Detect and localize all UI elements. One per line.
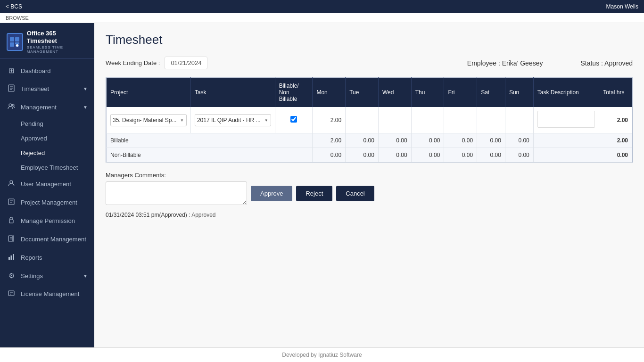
- managers-comments-textarea[interactable]: [106, 181, 247, 205]
- logo-icon: [7, 33, 23, 51]
- license-management-icon: [7, 289, 16, 298]
- cell-task-desc[interactable]: [533, 107, 599, 133]
- billable-tue: 0.00: [346, 133, 379, 148]
- approve-button[interactable]: Approve: [251, 186, 292, 201]
- svg-rect-19: [8, 257, 10, 260]
- col-wed: Wed: [378, 78, 411, 107]
- sidebar-item-approved[interactable]: Approved: [0, 131, 94, 146]
- sidebar-item-manage-permission[interactable]: Manage Permission: [0, 212, 94, 230]
- sidebar-item-document-management[interactable]: Document Management: [0, 230, 94, 248]
- project-management-icon: [7, 198, 16, 207]
- sidebar-item-settings[interactable]: ⚙ Settings ▼: [0, 267, 94, 285]
- logo-title: Office 365Timesheet: [27, 30, 90, 44]
- cell-task[interactable]: 2017 IL QIP Audit - HR ...: [190, 107, 275, 133]
- reports-label: Reports: [21, 254, 42, 261]
- col-thu: Thu: [411, 78, 444, 107]
- user-management-label: User Management: [21, 181, 71, 188]
- settings-icon: ⚙: [7, 272, 16, 280]
- sidebar-item-license-management[interactable]: License Management: [0, 285, 94, 303]
- reject-button[interactable]: Reject: [296, 186, 332, 201]
- project-management-label: Project Management: [21, 199, 77, 206]
- svg-rect-12: [8, 199, 14, 205]
- sidebar: Office 365Timesheet SEAMLESS TIME MANAGE…: [0, 23, 94, 347]
- info-row: Week Ending Date : 01/21/2024 Employee :…: [106, 57, 633, 69]
- non-billable-mon: 0.00: [313, 148, 346, 163]
- cell-thu: [411, 107, 444, 133]
- status-info: Status : Approved: [580, 59, 633, 67]
- non-billable-fri: 0.00: [444, 148, 477, 163]
- sidebar-item-pending[interactable]: Pending: [0, 116, 94, 131]
- action-buttons-row: Approve Reject Cancel: [106, 181, 633, 205]
- cell-mon: 2.00: [313, 107, 346, 133]
- sidebar-item-management[interactable]: Management ▼: [0, 98, 94, 116]
- billable-thu: 0.00: [411, 133, 444, 148]
- task-description-input[interactable]: [537, 111, 595, 128]
- cell-total-hrs: 2.00: [599, 107, 632, 133]
- svg-point-10: [12, 104, 14, 106]
- cell-sat: [477, 107, 505, 133]
- sidebar-item-reports[interactable]: Reports: [0, 248, 94, 267]
- employee-timesheet-label: Employee Timesheet: [21, 164, 78, 171]
- timesheet-icon: [7, 84, 16, 93]
- task-select[interactable]: 2017 IL QIP Audit - HR ...: [195, 114, 271, 126]
- footer-text: Developed by Ignatiuz Software: [282, 352, 362, 358]
- week-ending: Week Ending Date : 01/21/2024: [106, 57, 207, 69]
- billable-mon: 2.00: [313, 133, 346, 148]
- cell-project[interactable]: 35. Design- Material Sp...: [107, 107, 191, 133]
- svg-point-4: [16, 44, 19, 47]
- user-name: Mason Wells: [606, 3, 638, 10]
- col-sun: Sun: [505, 78, 533, 107]
- approval-timestamp: 01/31/2024 03:51 pm(Approved): [106, 212, 187, 218]
- app-name: < BCS: [6, 3, 22, 10]
- sidebar-item-timesheet[interactable]: Timesheet ▼: [0, 80, 94, 98]
- col-task-desc: Task Description: [533, 78, 599, 107]
- project-select[interactable]: 35. Design- Material Sp...: [110, 114, 187, 126]
- sidebar-item-employee-timesheet[interactable]: Employee Timesheet: [0, 160, 94, 175]
- sidebar-item-rejected[interactable]: Rejected: [0, 146, 94, 160]
- cancel-button[interactable]: Cancel: [336, 186, 374, 201]
- browse-bar: BROWSE: [0, 13, 644, 23]
- sidebar-item-management-label: Management: [21, 104, 57, 111]
- billable-checkbox[interactable]: [290, 116, 297, 123]
- table-row: 35. Design- Material Sp... 2017 IL QIP A…: [107, 107, 632, 133]
- week-ending-value: 01/21/2024: [165, 57, 207, 69]
- table-header-row: Project Task Billable/ Non Billable Mon …: [107, 78, 632, 107]
- billable-wed: 0.00: [378, 133, 411, 148]
- summary-billable-row: Billable 2.00 0.00 0.00 0.00 0.00 0.00 0…: [107, 133, 632, 148]
- employee-info: Employee : Erika' Geesey: [467, 59, 543, 67]
- col-task: Task: [190, 78, 275, 107]
- sidebar-item-user-management[interactable]: User Management: [0, 175, 94, 193]
- cell-billable[interactable]: [275, 107, 313, 133]
- sidebar-logo: Office 365Timesheet SEAMLESS TIME MANAGE…: [0, 23, 94, 59]
- document-management-label: Document Management: [21, 236, 86, 243]
- billable-sat: 0.00: [477, 133, 505, 148]
- col-project: Project: [107, 78, 191, 107]
- rejected-label: Rejected: [21, 149, 45, 156]
- col-sat: Sat: [477, 78, 505, 107]
- svg-rect-2: [10, 42, 14, 47]
- chevron-down-icon: ▼: [83, 273, 88, 279]
- pending-label: Pending: [21, 120, 43, 127]
- top-bar: < BCS Mason Wells: [0, 0, 644, 13]
- approved-label: Approved: [21, 135, 47, 142]
- summary-non-billable-row: Non-Billable 0.00 0.00 0.00 0.00 0.00 0.…: [107, 148, 632, 163]
- comments-label: Managers Comments:: [106, 172, 633, 179]
- user-management-icon: [7, 180, 16, 189]
- comments-section: Managers Comments: Approve Reject Cancel: [106, 172, 633, 205]
- non-billable-wed: 0.00: [378, 148, 411, 163]
- svg-point-11: [10, 181, 13, 183]
- svg-rect-20: [11, 255, 12, 260]
- sidebar-item-dashboard[interactable]: ⊞ Dashboard: [0, 62, 94, 80]
- sidebar-item-label: Dashboard: [21, 67, 51, 74]
- sidebar-item-project-management[interactable]: Project Management: [0, 193, 94, 212]
- layout: Office 365Timesheet SEAMLESS TIME MANAGE…: [0, 23, 644, 347]
- billable-label: Billable: [107, 133, 313, 148]
- svg-rect-21: [13, 254, 14, 260]
- manage-permission-icon: [7, 216, 16, 225]
- non-billable-label: Non-Billable: [107, 148, 313, 163]
- chevron-down-icon: ▼: [83, 86, 88, 91]
- svg-rect-1: [15, 37, 19, 41]
- svg-rect-22: [8, 291, 14, 296]
- settings-label: Settings: [21, 272, 43, 280]
- col-mon: Mon: [313, 78, 346, 107]
